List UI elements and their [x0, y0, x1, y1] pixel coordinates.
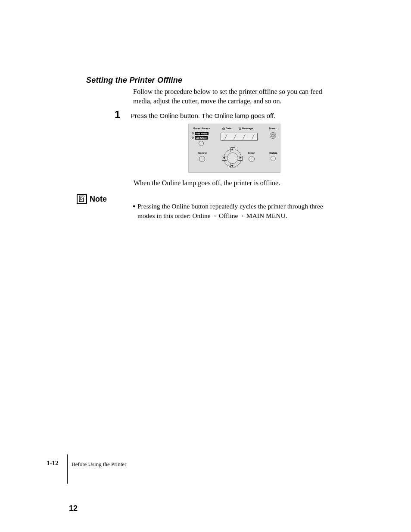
intro-paragraph: Follow the procedure below to set the pr…: [133, 87, 340, 106]
power-icon: [271, 134, 275, 137]
after-panel-text: When the Online lamp goes off, the print…: [134, 179, 280, 187]
note-text: Pressing the Online button repeatedly cy…: [137, 202, 340, 220]
bullet-icon: ●: [133, 203, 136, 208]
data-led-icon: [222, 128, 225, 130]
enter-button[interactable]: [249, 156, 255, 162]
navigation-dpad[interactable]: [222, 147, 243, 168]
step-number-1: 1: [115, 109, 120, 121]
message-led-icon: [239, 128, 241, 130]
label-power: Power: [269, 127, 277, 130]
footer-chapter-title: Before Using the Printer: [72, 461, 126, 468]
label-cancel: Cancel: [198, 152, 207, 154]
lcd-display: [221, 133, 258, 141]
label-online: Online: [269, 152, 277, 154]
label-message: Message: [242, 127, 253, 130]
document-page: Setting the Printer Offline Follow the p…: [0, 0, 411, 532]
cancel-button[interactable]: [199, 156, 205, 162]
note-label: Note: [90, 195, 107, 204]
cut-sheet-led-icon: [192, 137, 194, 139]
power-button[interactable]: [270, 132, 276, 139]
note-icon: [77, 194, 87, 204]
page-number: 12: [69, 504, 78, 513]
label-data: Data: [226, 127, 231, 130]
roll-media-led-icon: [192, 132, 194, 134]
footer-section-page: 1-12: [47, 460, 59, 467]
arrow-left-icon: [223, 156, 225, 159]
printer-panel-figure: Paper Source Data Message Power Roll Med…: [188, 124, 280, 173]
step-1-text: Press the Online button. The Online lamp…: [131, 112, 275, 119]
arrow-down-icon: [231, 165, 234, 167]
section-heading: Setting the Printer Offline: [86, 76, 182, 85]
footer-divider: [67, 454, 68, 484]
online-button[interactable]: [271, 156, 276, 161]
label-enter: Enter: [248, 152, 255, 154]
note-badge: Note: [77, 194, 107, 204]
paper-source-button[interactable]: [199, 141, 204, 146]
label-roll-media: Roll Media: [195, 132, 209, 135]
arrow-up-icon: [231, 148, 234, 150]
arrow-right-icon: [240, 156, 242, 159]
label-cut-sheet: Cut Sheet: [195, 136, 208, 140]
label-paper-source: Paper Source: [193, 127, 210, 130]
